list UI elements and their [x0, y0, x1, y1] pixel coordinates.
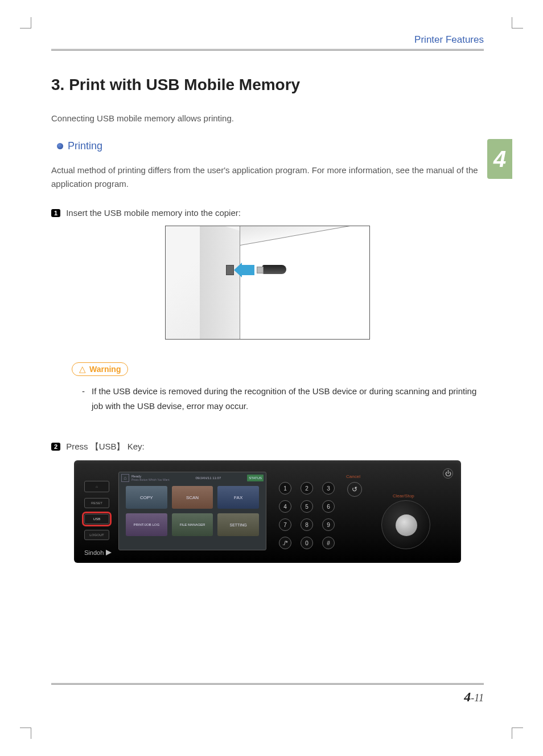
key-hash[interactable]: #	[322, 537, 335, 549]
page-content: Printer Features 3. Print with USB Mobil…	[51, 34, 484, 563]
tile-setting[interactable]: SETTING	[217, 513, 259, 536]
tile-scan[interactable]: SCAN	[172, 486, 213, 509]
section-heading: 3. Print with USB Mobile Memory	[51, 76, 484, 94]
crop-mark	[20, 17, 31, 28]
key-8[interactable]: 8	[301, 518, 313, 531]
copier-top	[240, 226, 370, 246]
logout-button[interactable]: LOGOUT	[84, 530, 109, 540]
tile-fax[interactable]: FAX	[217, 486, 259, 509]
dash-icon: -	[82, 384, 85, 413]
key-0[interactable]: 0	[301, 537, 313, 549]
warning-item: - If the USB device is removed during th…	[72, 384, 484, 413]
running-header: Printer Features	[51, 34, 484, 51]
crop-mark	[512, 728, 523, 739]
crop-mark	[20, 728, 31, 739]
footer-chapter: 4	[464, 689, 471, 704]
tile-filemanager[interactable]: FILE MANAGER	[172, 513, 213, 536]
chapter-tab: 4	[487, 139, 512, 179]
warning-label-text: Warning	[89, 365, 121, 374]
jog-dial[interactable]	[381, 500, 430, 549]
step-key: 【USB】	[90, 442, 125, 451]
key-5[interactable]: 5	[301, 500, 313, 513]
touch-screen[interactable]: ⌂ Ready Press Button Which You Want 09/J…	[118, 472, 266, 550]
screen-tiles: COPY SCAN FAX PRINT/JOB LOG FILE MANAGER…	[119, 484, 266, 538]
section-number: 3.	[51, 76, 64, 93]
subsection-title: Printing	[68, 140, 102, 152]
status-button[interactable]: STATUS	[247, 475, 264, 481]
step-text-pre: Press	[66, 442, 90, 451]
reset-button[interactable]: RESET	[84, 498, 109, 508]
footer-page: 11	[474, 692, 484, 704]
step-text: Insert the USB mobile memory into the co…	[66, 208, 241, 218]
step-text: Press 【USB】 Key:	[66, 442, 145, 452]
screen-datetime: 09/JAN/11 11:07	[196, 476, 221, 480]
usb-stick-icon	[262, 265, 286, 274]
cancel-button[interactable]: ↺	[347, 482, 362, 497]
subsection-row: Printing	[51, 140, 484, 152]
screen-subhint: Press Button Which You Want	[131, 478, 170, 481]
numeric-keypad: 1 2 3 4 5 6 7 8 9 ./* 0 #	[279, 482, 337, 549]
step-1: 1 Insert the USB mobile memory into the …	[51, 208, 484, 218]
crop-mark	[512, 17, 523, 28]
power-button[interactable]: ⏻	[443, 468, 453, 479]
brand-logo: Sindoh	[84, 549, 112, 556]
figure-usb-insert	[165, 226, 370, 340]
arrow-icon	[241, 265, 254, 275]
key-sym[interactable]: ./*	[279, 537, 291, 549]
brand-triangle-icon	[106, 550, 112, 555]
usb-slot	[226, 265, 234, 275]
step-2: 2 Press 【USB】 Key:	[51, 442, 484, 452]
usb-button[interactable]: USB	[84, 514, 109, 524]
step-badge: 1	[51, 209, 60, 217]
clear-stop-label: Clear/Stop	[393, 493, 414, 498]
warning-label: △ Warning	[72, 362, 128, 376]
key-6[interactable]: 6	[322, 500, 335, 513]
cancel-label: Cancel	[346, 474, 360, 479]
warning-triangle-icon: △	[79, 364, 86, 374]
home-icon[interactable]: ⌂	[121, 474, 129, 482]
key-2[interactable]: 2	[301, 482, 313, 495]
intro-text: Connecting USB mobile memory allows prin…	[51, 113, 484, 123]
key-9[interactable]: 9	[322, 518, 335, 531]
key-3[interactable]: 3	[322, 482, 335, 495]
home-button[interactable]: ⌂	[84, 481, 109, 492]
body-paragraph: Actual method of printing differs from t…	[51, 164, 484, 191]
bullet-icon	[57, 143, 63, 149]
key-4[interactable]: 4	[279, 500, 291, 513]
key-7[interactable]: 7	[279, 518, 291, 531]
figure-control-panel: ⌂ RESET USB LOGOUT Sindoh ⌂ Ready Press …	[74, 460, 461, 563]
page-footer: 4-11	[51, 683, 484, 705]
step-text-post: Key:	[125, 442, 144, 451]
step-badge: 2	[51, 443, 60, 451]
section-title: Print with USB Mobile Memory	[69, 76, 300, 93]
tile-printjob[interactable]: PRINT/JOB LOG	[126, 513, 167, 536]
screen-header: ⌂ Ready Press Button Which You Want 09/J…	[119, 472, 266, 484]
warning-text: If the USB device is removed during the …	[92, 384, 484, 413]
brand-text: Sindoh	[84, 549, 104, 556]
side-buttons: ⌂ RESET USB LOGOUT	[84, 481, 109, 540]
copier-body	[240, 226, 370, 340]
tile-copy[interactable]: COPY	[126, 486, 167, 509]
warning-block: △ Warning - If the USB device is removed…	[72, 362, 484, 413]
key-1[interactable]: 1	[279, 482, 291, 495]
